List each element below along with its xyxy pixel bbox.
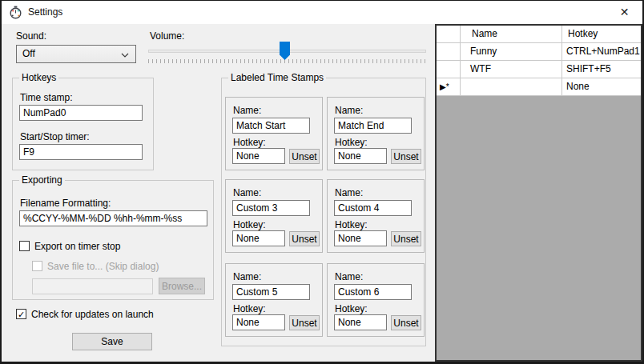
stamp-hotkey-label: Hotkey: [233,137,266,148]
stamp-3-unset-button[interactable]: Unset [289,231,320,246]
grid-header-row: Name Hotkey [437,26,641,43]
stamp-3-name-input[interactable] [232,200,310,216]
close-button[interactable]: ✕ [606,1,642,24]
hotkeys-group-title: Hotkeys [19,72,58,83]
grid-new-row: ▶* None [437,78,641,96]
filename-formatting-input[interactable] [19,210,207,226]
stamp-name-label: Name: [233,187,261,198]
exporting-group: Exporting Filename Formatting: Export on… [12,180,214,300]
check-updates-label: Check for updates on launch [31,309,154,320]
start-stop-label: Start/Stop timer: [20,131,90,142]
hotkey-grid: Name Hotkey Funny CTRL+NumPad1 WTF SHIFT… [435,24,642,362]
stamp-5-name-input[interactable] [232,284,310,300]
grid-row-1: Funny CTRL+NumPad1 [437,43,641,61]
stamp-panel-1: Name: Hotkey: Unset [225,97,323,170]
stamp-1-unset-button[interactable]: Unset [289,149,320,164]
export-on-stop-checkbox[interactable] [19,241,30,251]
chevron-down-icon [121,53,129,58]
window-title: Settings [28,6,62,18]
stamp-name-label: Name: [335,105,363,116]
stamp-panel-6: Name: Hotkey: Unset [327,263,425,337]
stamp-6-name-input[interactable] [334,284,412,300]
time-stamp-label: Time stamp: [20,92,73,103]
check-mark-icon: ✓ [18,310,25,319]
sound-selected-value: Off [22,48,35,59]
stamp-2-unset-button[interactable]: Unset [391,149,421,164]
stamp-panel-5: Name: Hotkey: Unset [225,263,323,337]
stopwatch-icon [9,6,22,19]
stamp-name-label: Name: [335,271,363,282]
stamp-4-unset-button[interactable]: Unset [391,231,421,246]
exporting-group-title: Exporting [19,174,65,186]
stamp-hotkey-label: Hotkey: [233,219,266,230]
title-bar: Settings ✕ [2,1,642,24]
grid-row-2: WTF SHIFT+F5 [437,61,641,78]
stamp-hotkey-label: Hotkey: [233,303,266,314]
stamp-panel-4: Name: Hotkey: Unset [327,179,425,253]
grid-corner-cell[interactable] [437,26,461,43]
stamp-2-name-input[interactable] [334,118,412,134]
grid-cell-name[interactable] [461,78,562,96]
stamp-1-name-input[interactable] [232,118,310,134]
dialog-client-area: Sound: Off Volume: Hotkeys Time stamp: S… [2,24,642,362]
stamp-name-label: Name: [233,271,261,282]
stamp-hotkey-label: Hotkey: [335,219,368,230]
save-file-to-label: Save file to... (Skip dialog) [47,261,159,272]
time-stamp-input[interactable] [19,105,143,121]
grid-cell-name[interactable]: Funny [461,43,562,61]
filename-formatting-label: Filename Formatting: [20,198,111,209]
sound-label: Sound: [16,30,46,42]
start-stop-input[interactable] [19,144,143,160]
grid-cell-hotkey[interactable]: None [562,78,641,96]
stamp-6-hotkey-input[interactable] [334,314,387,330]
labeled-time-stamps-group: Labeled Time Stamps Name: Hotkey: Unset … [221,78,426,346]
stamp-panel-2: Name: Hotkey: Unset [327,97,425,170]
volume-thumb[interactable] [280,42,290,60]
save-button[interactable]: Save [72,333,152,350]
save-path-input [32,278,153,294]
hotkeys-group: Hotkeys Time stamp: Start/Stop timer: [12,78,154,170]
grid-cell-hotkey[interactable]: SHIFT+F5 [562,61,641,78]
stamp-4-hotkey-input[interactable] [334,230,387,246]
stamp-hotkey-label: Hotkey: [335,303,368,314]
stamp-5-unset-button[interactable]: Unset [289,315,320,330]
stamp-name-label: Name: [335,187,363,198]
stamp-hotkey-label: Hotkey: [335,137,368,148]
grid-cell-hotkey[interactable]: CTRL+NumPad1 [562,43,641,61]
check-updates-checkbox[interactable]: ✓ [16,309,26,319]
grid-cell-name[interactable]: WTF [461,61,562,78]
stamp-1-hotkey-input[interactable] [232,148,285,164]
volume-slider-ticks [148,59,426,63]
stamp-2-hotkey-input[interactable] [334,148,387,164]
grid-header-name[interactable]: Name [461,26,562,43]
sound-dropdown[interactable]: Off [16,45,136,63]
stamp-6-unset-button[interactable]: Unset [391,315,421,330]
stamp-4-name-input[interactable] [334,200,412,216]
volume-label: Volume: [150,30,184,42]
browse-button: Browse... [159,278,205,294]
new-row-indicator-icon[interactable]: ▶* [437,78,461,96]
row-selector[interactable] [437,43,461,61]
stamp-3-hotkey-input[interactable] [232,230,285,246]
labeled-group-title: Labeled Time Stamps [228,72,326,83]
stamp-name-label: Name: [233,105,261,116]
settings-window: Settings ✕ Sound: Off Volume: Hotkeys Ti… [0,0,644,364]
stamp-panel-3: Name: Hotkey: Unset [225,179,323,253]
export-on-stop-label: Export on timer stop [34,241,120,252]
stamp-5-hotkey-input[interactable] [232,314,285,330]
grid-header-hotkey[interactable]: Hotkey [562,26,641,43]
save-file-to-checkbox [32,261,42,271]
row-selector[interactable] [437,61,461,78]
